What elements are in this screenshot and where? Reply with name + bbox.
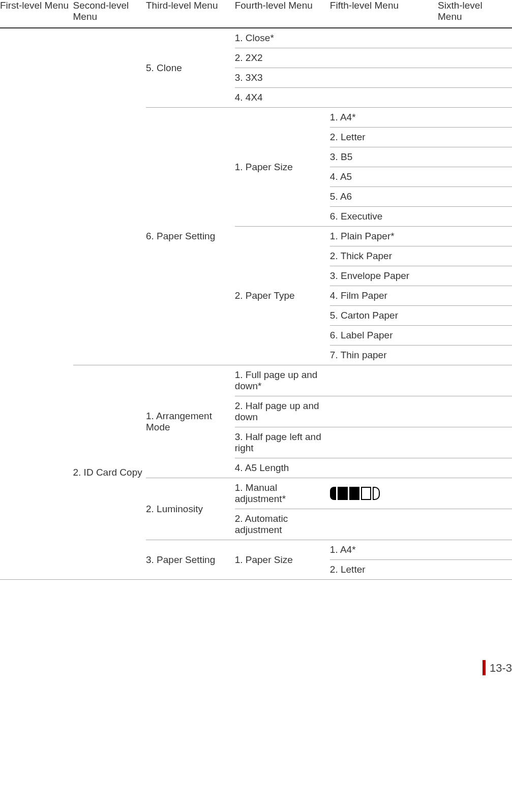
cell-fourth: 4. 4X4 [235,88,330,108]
cell-fifth: 7. Thin paper [330,346,438,365]
cell-fifth: 6. Label Paper [330,326,438,346]
page-accent-bar [483,660,486,675]
cell-fourth: 1. Full page up and down* [235,365,330,396]
cell-fourth: 1. Paper Size [235,540,330,580]
cell-fourth: 4. A5 Length [235,458,330,478]
page-footer: 13-3 [0,661,512,697]
cell-fifth: 1. Plain Paper* [330,227,438,246]
cell-third: 2. Luminosity [146,478,235,540]
cell-fifth: 4. Film Paper [330,286,438,306]
cell-fifth: 2. Letter [330,560,438,580]
cell-second: 2. ID Card Copy [73,365,146,580]
table-header-row: First-level Menu Second-level Menu Third… [0,0,512,28]
table-row: 2. ID Card Copy 1. Arrangement Mode 1. F… [0,365,512,396]
header-col6: Sixth-level Menu [438,0,512,28]
header-col5: Fifth-level Menu [330,0,438,28]
luminosity-segment [338,487,348,500]
cell-third: 1. Arrangement Mode [146,365,235,478]
cell-third: 5. Clone [146,28,235,108]
cell-fifth: 5. Carton Paper [330,306,438,326]
cell-fifth: 3. Envelope Paper [330,266,438,286]
luminosity-segment [349,487,359,500]
cell-fifth: 6. Executive [330,207,438,227]
page-number: 13-3 [490,662,512,674]
cell-fifth: 5. A6 [330,187,438,207]
cell-fifth: 2. Letter [330,128,438,147]
luminosity-segment [361,487,371,500]
cell-fifth: 2. Thick Paper [330,246,438,266]
cell-fourth: 1. Manual adjustment* [235,478,330,509]
header-col1: First-level Menu [0,0,73,28]
luminosity-indicator [330,487,435,500]
header-col4: Fourth-level Menu [235,0,330,28]
cell-fifth: 1. A4* [330,540,438,560]
table-bottom-rule [0,580,512,580]
cell-fourth: 2. 2X2 [235,48,330,68]
cell-third: 3. Paper Setting [146,540,235,580]
cell-fourth: 1. Close* [235,28,330,48]
luminosity-segment [373,487,380,500]
cell-fourth: 3. 3X3 [235,68,330,88]
header-col2: Second-level Menu [73,0,146,28]
cell-fifth: 4. A5 [330,167,438,187]
table-row: 5. Clone 1. Close* [0,28,512,48]
cell-fourth: 2. Half page up and down [235,396,330,427]
header-col3: Third-level Menu [146,0,235,28]
cell-fourth: 2. Paper Type [235,227,330,365]
cell-fourth: 1. Paper Size [235,108,330,227]
menu-table: First-level Menu Second-level Menu Third… [0,0,512,580]
cell-fifth: 1. A4* [330,108,438,128]
luminosity-segment [330,487,336,500]
cell-fourth: 3. Half page left and right [235,427,330,458]
cell-fourth: 2. Automatic adjustment [235,509,330,540]
cell-fifth: 3. B5 [330,147,438,167]
cell-third: 6. Paper Setting [146,108,235,365]
